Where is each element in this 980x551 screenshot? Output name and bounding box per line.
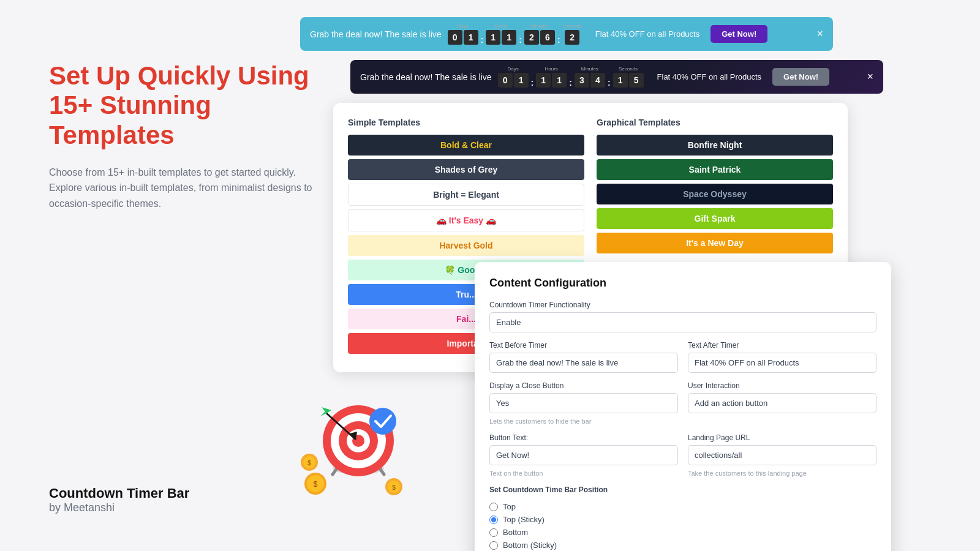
config-user-interaction-select[interactable]: Add an action button No interaction [688, 393, 876, 413]
target-svg: $ $ $ [279, 373, 426, 520]
main-description: Choose from 15+ in-built templates to ge… [49, 165, 312, 212]
bar1-close-button[interactable]: × [816, 28, 823, 40]
position-bottom-radio[interactable] [489, 528, 498, 537]
position-bottom[interactable]: Bottom [489, 528, 876, 537]
svg-text:$: $ [314, 480, 318, 489]
template-saint-patrick[interactable]: Saint Patrick [597, 159, 833, 180]
config-landing-page-field: Landing Page URL Take the customers to t… [688, 433, 876, 477]
config-button-hint: Text on the button [489, 470, 678, 477]
config-panel: Content Configuration Countdown Timer Fu… [475, 262, 891, 551]
config-countdown-row: Countdown Timer Functionality Enable Dis… [489, 301, 876, 332]
position-top-label: Top [503, 502, 516, 511]
config-landing-page-label: Landing Page URL [688, 433, 876, 442]
config-close-label: Display a Close Button [489, 381, 678, 390]
bar2-sec-0: 1 [613, 73, 628, 88]
config-button-row: Button Text: Text on the button Landing … [489, 433, 876, 477]
bar2-days-label: Days [507, 66, 518, 72]
bar2-hour-1: 1 [552, 73, 567, 88]
announcement-bar-1: Grab the deal now! The sale is live Days… [300, 17, 833, 51]
config-countdown-field: Countdown Timer Functionality Enable Dis… [489, 301, 876, 332]
config-close-field: Display a Close Button Yes No Lets the c… [489, 381, 678, 425]
position-bottom-sticky[interactable]: Bottom (Sticky) [489, 541, 876, 550]
bar2-seconds-label: Seconds [619, 66, 638, 72]
template-bonfire-night[interactable]: Bonfire Night [597, 135, 833, 156]
bar2-sep2: : [569, 78, 572, 88]
footer-title: Countdown Timer Bar [49, 485, 189, 501]
bar2-hour-0: 1 [536, 73, 551, 88]
bar1-sep1: : [481, 35, 484, 45]
bar1-minutes-group: Minutes 2 6 [524, 23, 555, 45]
config-text-before-label: Text Before Timer [489, 341, 678, 350]
bar1-text-before: Grab the deal now! The sale is live [310, 29, 442, 39]
bar2-hours-label: Hours [545, 66, 558, 72]
bar1-minutes-label: Minutes [531, 23, 548, 29]
announcement-bar-2: Grab the deal now! The sale is live Days… [350, 60, 883, 94]
svg-point-21 [369, 408, 396, 435]
config-button-text-input[interactable] [489, 445, 678, 465]
config-button-text-field: Button Text: Text on the button [489, 433, 678, 477]
bar1-hours-group: Hours 1 1 [486, 23, 516, 45]
bar1-timer: Days 0 1 : Hours 1 1 : Minutes 2 6 : Sec… [448, 23, 582, 45]
bar1-hours-label: Hours [495, 23, 508, 29]
bar2-text-before: Grab the deal now! The sale is live [360, 72, 492, 82]
bar1-seconds-label: Seconds [563, 23, 582, 29]
bar1-get-now-button[interactable]: Get Now! [710, 25, 767, 43]
config-button-text-label: Button Text: [489, 433, 678, 442]
bar2-text-after: Flat 40% OFF on all Products [657, 72, 762, 81]
config-user-interaction-field: User Interaction Add an action button No… [688, 381, 876, 425]
config-position-field: Set Countdown Time Bar Position Top Top … [489, 485, 876, 550]
target-illustration: $ $ $ [279, 373, 426, 520]
position-top[interactable]: Top [489, 502, 876, 511]
config-text-after-input[interactable] [688, 353, 876, 373]
graphical-templates-heading: Graphical Templates [597, 118, 833, 127]
bar2-get-now-button[interactable]: Get Now! [772, 68, 829, 86]
bar2-close-button[interactable]: × [867, 70, 873, 83]
bar1-hour-1: 1 [502, 30, 516, 45]
template-bright-elegant[interactable]: Bright = Elegant [348, 184, 584, 206]
footer-brand: Countdown Timer Bar by Meetanshi [49, 485, 189, 514]
template-space-odyssey[interactable]: Space Odyssey [597, 184, 833, 204]
position-bottom-label: Bottom [503, 528, 528, 537]
bar1-sep3: : [557, 35, 560, 45]
main-title: Set Up Quickly Using 15+ Stunning Templa… [49, 61, 312, 150]
position-bottom-sticky-label: Bottom (Sticky) [503, 541, 557, 550]
template-bold-clear[interactable]: Bold & Clear [348, 135, 584, 156]
bar1-day-0: 0 [448, 30, 462, 45]
template-new-day[interactable]: It's a New Day [597, 233, 833, 253]
config-text-before-field: Text Before Timer [489, 341, 678, 373]
config-countdown-select[interactable]: Enable Disable [489, 312, 876, 332]
bar2-sec-1: 5 [629, 73, 644, 88]
position-top-sticky[interactable]: Top (Sticky) [489, 515, 876, 524]
position-top-radio[interactable] [489, 503, 498, 511]
bar2-hours-group: Hours 1 1 [536, 66, 567, 88]
bar1-days-group: Days 0 1 [448, 23, 478, 45]
bar1-text-after: Flat 40% OFF on all Products [595, 29, 700, 39]
bar1-days-label: Days [457, 23, 468, 29]
config-countdown-label: Countdown Timer Functionality [489, 301, 876, 309]
config-landing-page-input[interactable] [688, 445, 876, 465]
bar2-timer: Days 0 1 : Hours 1 1 : Minutes 3 4 : Sec… [498, 66, 644, 88]
config-close-select[interactable]: Yes No [489, 393, 678, 413]
template-shades-grey[interactable]: Shades of Grey [348, 159, 584, 180]
config-text-row: Text Before Timer Text After Timer [489, 341, 876, 373]
template-its-easy[interactable]: 🚗 It's Easy 🚗 [348, 209, 584, 231]
position-bottom-sticky-radio[interactable] [489, 541, 498, 550]
bar2-sep3: : [608, 78, 611, 88]
config-close-hint: Lets the customers to hide the bar [489, 418, 678, 425]
bar2-days-group: Days 0 1 [498, 66, 529, 88]
bar1-min-1: 6 [540, 30, 555, 45]
bar2-minutes-group: Minutes 3 4 [575, 66, 605, 88]
bar2-minutes-label: Minutes [581, 66, 598, 72]
bar1-day-1: 1 [464, 30, 478, 45]
bar2-sep1: : [531, 78, 534, 88]
position-top-sticky-radio[interactable] [489, 515, 498, 524]
bar2-seconds-group: Seconds 1 5 [613, 66, 644, 88]
config-title: Content Configuration [489, 277, 876, 290]
config-user-interaction-label: User Interaction [688, 381, 876, 390]
bar2-min-0: 3 [575, 73, 589, 88]
template-gift-spark[interactable]: Gift Spark [597, 208, 833, 229]
template-harvest-gold[interactable]: Harvest Gold [348, 235, 584, 256]
bar1-sec-0: 2 [565, 30, 579, 45]
left-section: Set Up Quickly Using 15+ Stunning Templa… [49, 61, 312, 236]
config-text-before-input[interactable] [489, 353, 678, 373]
